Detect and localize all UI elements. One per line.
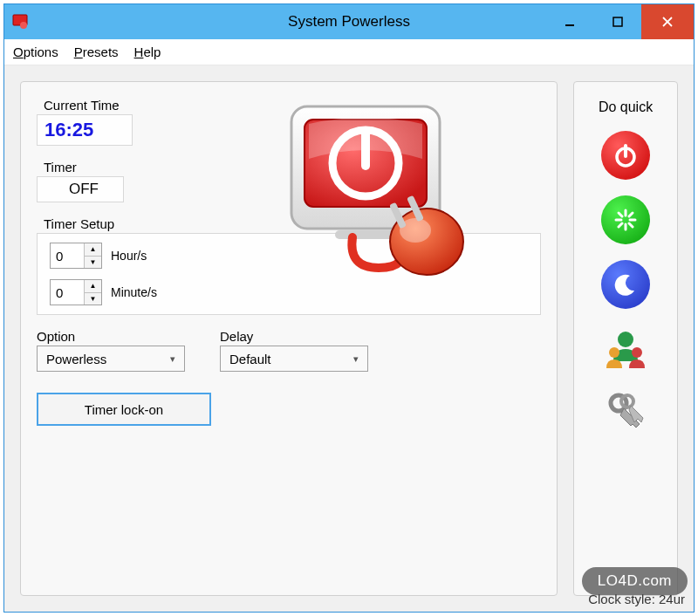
svg-point-25 <box>618 332 633 347</box>
delay-label: Delay <box>220 329 368 344</box>
svg-line-23 <box>629 213 633 216</box>
delay-select[interactable]: Default ▾ <box>220 346 368 372</box>
main-panel: Current Time 16:25 Timer OFF Timer Setup <box>20 81 558 596</box>
minutes-unit-label: Minute/s <box>111 285 157 299</box>
hours-input[interactable] <box>51 243 84 268</box>
do-quick-title: Do quick <box>599 99 653 115</box>
chevron-down-icon: ▾ <box>353 353 359 365</box>
option-value: Powerless <box>46 352 106 366</box>
minutes-up[interactable]: ▲ <box>85 280 101 293</box>
app-logo-icon <box>265 98 483 290</box>
option-group: Option Powerless ▾ <box>37 329 185 372</box>
svg-line-22 <box>629 223 633 227</box>
menubar: Options Presets Help <box>4 39 694 65</box>
client-area: Current Time 16:25 Timer OFF Timer Setup <box>4 65 694 612</box>
app-window: System Powerless Options Presets Help Cu… <box>3 3 695 613</box>
svg-rect-3 <box>613 17 622 26</box>
menu-presets[interactable]: Presets <box>74 44 119 59</box>
app-icon <box>11 13 29 31</box>
svg-point-26 <box>609 347 619 358</box>
titlebar: System Powerless <box>4 4 694 39</box>
restart-icon <box>611 205 640 235</box>
timer-value: OFF <box>44 179 116 199</box>
delay-value: Default <box>229 352 271 366</box>
svg-rect-10 <box>335 230 396 239</box>
timer-lock-on-button[interactable]: Timer lock-on <box>37 393 211 426</box>
option-label: Option <box>37 329 185 344</box>
moon-icon <box>611 270 640 299</box>
minimize-button[interactable] <box>545 4 593 39</box>
hours-down[interactable]: ▼ <box>85 257 101 269</box>
svg-point-27 <box>632 347 642 358</box>
quick-restart-button[interactable] <box>601 195 650 244</box>
do-quick-panel: Do quick <box>573 81 678 596</box>
current-time-value: 16:25 <box>44 119 93 140</box>
power-icon <box>611 140 640 170</box>
hours-unit-label: Hour/s <box>111 249 147 263</box>
maximize-button[interactable] <box>593 4 641 39</box>
delay-group: Delay Default ▾ <box>220 329 368 372</box>
option-select[interactable]: Powerless ▾ <box>37 346 185 372</box>
chevron-down-icon: ▾ <box>170 353 175 365</box>
quick-lock-button[interactable] <box>601 389 650 438</box>
minutes-spinner[interactable]: ▲ ▼ <box>50 279 102 305</box>
hours-up[interactable]: ▲ <box>85 243 101 257</box>
quick-sleep-button[interactable] <box>601 260 650 309</box>
quick-switch-user-button[interactable] <box>601 325 650 373</box>
close-button[interactable] <box>641 4 694 39</box>
svg-line-24 <box>619 223 622 227</box>
quick-shutdown-button[interactable] <box>601 131 650 180</box>
menu-options[interactable]: Options <box>13 44 58 59</box>
watermark: LO4D.com <box>582 567 688 595</box>
hours-spinner[interactable]: ▲ ▼ <box>50 243 102 269</box>
window-controls <box>545 4 694 39</box>
svg-line-21 <box>619 213 622 216</box>
menu-help[interactable]: Help <box>134 44 161 59</box>
svg-point-1 <box>20 22 27 29</box>
minutes-input[interactable] <box>51 280 84 305</box>
users-icon <box>603 326 648 372</box>
minutes-down[interactable]: ▼ <box>85 293 101 305</box>
keys-icon <box>603 391 648 436</box>
